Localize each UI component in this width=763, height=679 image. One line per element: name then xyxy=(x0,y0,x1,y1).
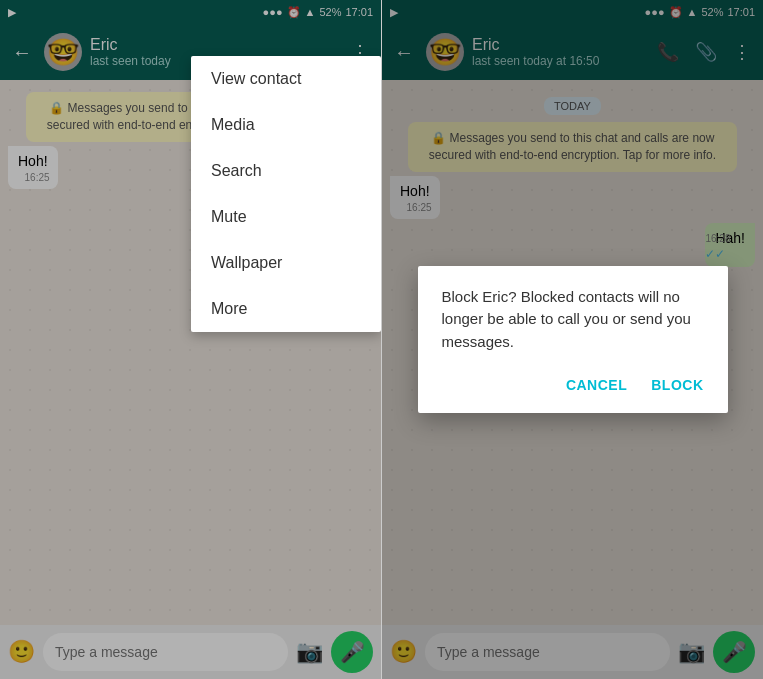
dropdown-menu: View contact Media Search Mute Wallpaper… xyxy=(191,56,381,332)
menu-item-mute[interactable]: Mute xyxy=(191,194,381,240)
block-button[interactable]: BLOCK xyxy=(651,373,703,397)
menu-item-more[interactable]: More xyxy=(191,286,381,332)
dialog-actions: CANCEL BLOCK xyxy=(442,373,704,397)
dialog-message: Block Eric? Blocked contacts will no lon… xyxy=(442,286,704,354)
menu-item-wallpaper[interactable]: Wallpaper xyxy=(191,240,381,286)
cancel-button[interactable]: CANCEL xyxy=(566,373,627,397)
dialog-overlay[interactable]: Block Eric? Blocked contacts will no lon… xyxy=(382,0,763,679)
menu-item-view-contact[interactable]: View contact xyxy=(191,56,381,102)
dialog-box: Block Eric? Blocked contacts will no lon… xyxy=(418,266,728,414)
right-panel: ▶ ●●● ⏰ ▲ 52% 17:01 ← 🤓 Eric last seen t… xyxy=(382,0,763,679)
left-panel: ▶ ●●● ⏰ ▲ 52% 17:01 ← 🤓 Eric last seen t… xyxy=(0,0,381,679)
menu-item-media[interactable]: Media xyxy=(191,102,381,148)
menu-item-search[interactable]: Search xyxy=(191,148,381,194)
